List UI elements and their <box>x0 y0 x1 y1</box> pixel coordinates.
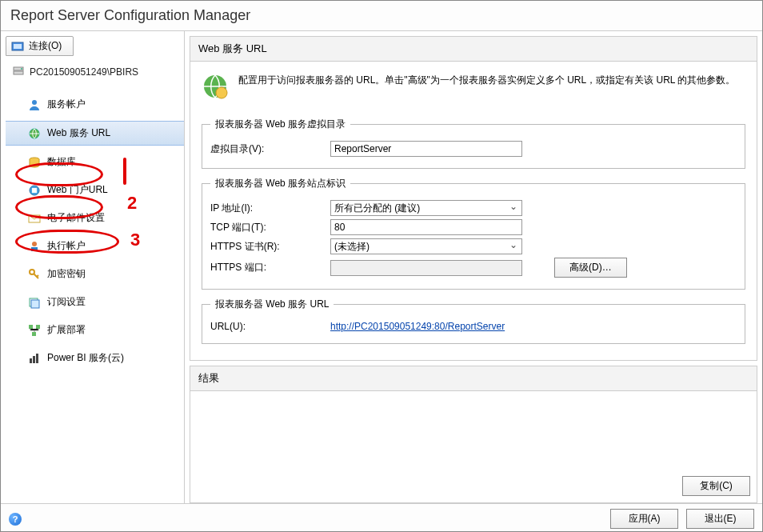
sidebar: 连接(O) PC201509051249\PBIRS 服务帐户 Web 服务 U… <box>1 31 185 503</box>
connect-button[interactable]: 连接(O) <box>6 36 74 56</box>
svg-rect-21 <box>36 354 38 363</box>
url-label: URL(U): <box>210 321 330 332</box>
window-title: Report Server Configuration Manager <box>1 1 762 31</box>
https-port-input[interactable] <box>330 260 522 276</box>
url-link[interactable]: http://PC201509051249:80/ReportServer <box>330 321 505 332</box>
tcp-port-label: TCP 端口(T): <box>210 221 330 234</box>
sidebar-item-subscription-settings[interactable]: 订阅设置 <box>6 290 184 314</box>
sidebar-item-database[interactable]: 数据库 <box>6 150 184 174</box>
globe-icon <box>28 127 41 140</box>
results-header: 结果 <box>190 366 757 391</box>
portal-icon <box>28 184 41 197</box>
svg-point-11 <box>32 242 37 246</box>
svg-rect-12 <box>31 247 38 251</box>
sidebar-item-web-portal-url[interactable]: Web 门户URL <box>6 178 184 202</box>
advanced-button[interactable]: 高级(D)… <box>554 258 627 278</box>
sidebar-item-execution-account[interactable]: 执行帐户 <box>6 234 184 258</box>
exit-button[interactable]: 退出(E) <box>686 509 754 529</box>
svg-rect-15 <box>31 300 39 308</box>
server-icon <box>12 66 25 78</box>
results-panel: 结果 复制(C) <box>190 366 757 503</box>
connect-icon <box>11 40 24 53</box>
site-identity-group: 报表服务器 Web 服务站点标识 IP 地址(I): TCP 端口(T): HT… <box>202 177 745 290</box>
svg-rect-3 <box>14 71 23 74</box>
svg-rect-18 <box>32 332 36 336</box>
svg-rect-9 <box>32 188 37 193</box>
svg-point-23 <box>216 87 227 98</box>
sidebar-item-service-account[interactable]: 服务帐户 <box>6 93 184 116</box>
database-icon <box>28 156 41 169</box>
https-port-label: HTTPS 端口: <box>210 261 330 274</box>
sidebar-item-web-service-url[interactable]: Web 服务 URL <box>6 121 184 146</box>
apply-button[interactable]: 应用(A) <box>610 509 678 529</box>
key-icon <box>28 268 41 281</box>
sidebar-item-encryption-keys[interactable]: 加密密钥 <box>6 262 184 286</box>
content-panel: Web 服务 URL 配置用于访问报表服务器的 URL。单击"高级"为一个报表服… <box>185 31 762 503</box>
https-cert-label: HTTPS 证书(R): <box>210 240 330 254</box>
server-name: PC201509051249\PBIRS <box>6 56 184 88</box>
intro-globe-icon <box>202 73 229 100</box>
subscription-icon <box>28 296 41 309</box>
svg-rect-16 <box>29 325 33 329</box>
copy-button[interactable]: 复制(C) <box>682 476 750 496</box>
sidebar-item-power-bi-cloud[interactable]: Power BI 服务(云) <box>6 346 184 370</box>
scale-out-icon <box>28 324 41 337</box>
help-icon[interactable]: ? <box>9 513 22 526</box>
svg-rect-1 <box>14 44 22 49</box>
connect-label: 连接(O) <box>29 39 62 53</box>
url-group: 报表服务器 Web 服务 URL URL(U): http://PC201509… <box>202 298 745 344</box>
svg-point-5 <box>32 100 37 105</box>
results-body: 复制(C) <box>190 391 757 502</box>
virtual-dir-label: 虚拟目录(V): <box>210 142 330 156</box>
sidebar-item-scale-out[interactable]: 扩展部署 <box>6 318 184 342</box>
power-bi-icon <box>28 352 41 365</box>
execution-icon <box>28 240 41 253</box>
svg-rect-19 <box>30 358 32 363</box>
svg-rect-17 <box>36 325 40 329</box>
panel-header: Web 服务 URL <box>190 36 757 62</box>
intro-text: 配置用于访问报表服务器的 URL。单击"高级"为一个报表服务器实例定义多个 UR… <box>238 73 735 87</box>
ip-address-label: IP 地址(I): <box>210 202 330 215</box>
mail-icon <box>28 212 41 225</box>
tcp-port-input[interactable] <box>330 219 522 235</box>
virtual-directory-group: 报表服务器 Web 服务虚拟目录 虚拟目录(V): <box>202 118 745 169</box>
svg-rect-20 <box>33 356 35 363</box>
virtual-dir-input[interactable] <box>330 141 522 157</box>
sidebar-item-email-settings[interactable]: 电子邮件设置 <box>6 206 184 230</box>
ip-address-select[interactable] <box>330 200 522 216</box>
svg-point-4 <box>21 68 22 70</box>
footer: ? 应用(A) 退出(E) <box>1 503 762 532</box>
account-icon <box>28 98 41 111</box>
https-cert-select[interactable] <box>330 238 522 254</box>
